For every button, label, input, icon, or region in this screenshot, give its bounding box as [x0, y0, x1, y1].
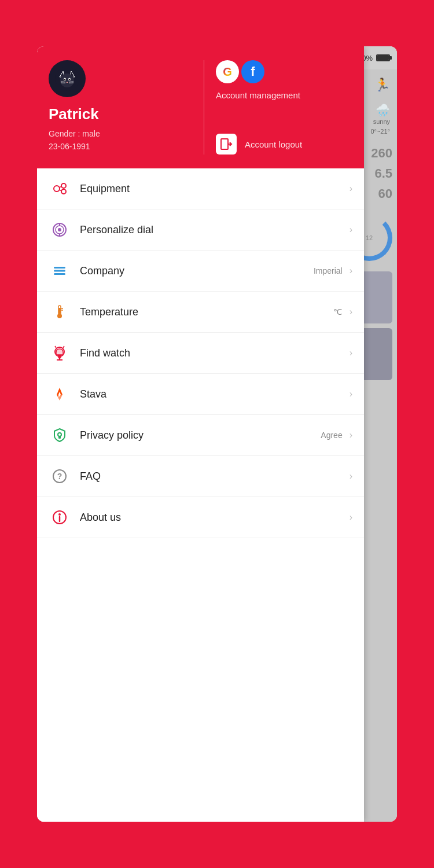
account-logout-label[interactable]: Account logout	[245, 139, 302, 149]
company-icon	[51, 262, 68, 279]
faq-chevron: ›	[350, 471, 352, 481]
menu-item-strava[interactable]: Stava ›	[37, 374, 364, 415]
avatar-svg	[55, 67, 79, 91]
privacy-chevron: ›	[350, 430, 352, 440]
svg-rect-27	[54, 273, 65, 275]
about-icon-wrap	[49, 506, 71, 528]
menu-item-company[interactable]: Company Imperial ›	[37, 251, 364, 292]
svg-point-7	[69, 79, 70, 80]
company-icon-wrap	[49, 260, 71, 282]
account-logout-section[interactable]: Account logout	[216, 134, 352, 155]
svg-rect-26	[54, 270, 65, 272]
header-right: G f Account management	[214, 60, 352, 155]
svg-point-29	[57, 314, 62, 318]
svg-line-19	[60, 190, 61, 191]
phone-container: 100% 🏃 🌧️ sunny0°~21° 260 6.5 60 12	[37, 46, 397, 822]
equipment-icon-wrap	[49, 178, 71, 200]
header-section: Patrick Gender : male 23-06-1991 G f	[37, 46, 364, 168]
find-watch-icon-wrap	[49, 342, 71, 364]
menu-item-personalize-dial[interactable]: Personalize dial ›	[37, 209, 364, 251]
strava-icon	[51, 385, 68, 403]
svg-point-17	[61, 189, 66, 194]
menu-item-find-watch[interactable]: Find watch ›	[37, 333, 364, 374]
svg-rect-13	[221, 139, 228, 149]
company-label: Company	[80, 265, 314, 277]
equipment-label: Equipment	[80, 183, 347, 195]
battery-fill	[377, 56, 389, 60]
user-name: Patrick	[49, 105, 185, 123]
main-panel: Patrick Gender : male 23-06-1991 G f	[37, 46, 364, 822]
svg-point-22	[58, 228, 61, 231]
svg-rect-44	[58, 436, 61, 439]
dial-icon	[51, 221, 68, 238]
door-exit-svg	[219, 137, 233, 151]
faq-label: FAQ	[80, 470, 347, 483]
menu-item-faq[interactable]: ? FAQ ›	[37, 456, 364, 497]
strava-label: Stava	[80, 388, 347, 400]
google-g-letter: G	[223, 65, 232, 79]
privacy-icon-wrap	[49, 424, 71, 446]
header-left: Patrick Gender : male 23-06-1991	[49, 60, 194, 155]
menu-item-equipment[interactable]: Equipment ›	[37, 168, 364, 209]
user-gender: Gender : male	[49, 129, 185, 138]
svg-line-10	[61, 83, 65, 83]
bg-gauge-label: 12	[366, 234, 373, 241]
temp-icon	[51, 303, 68, 321]
social-icons-row: G f	[216, 60, 352, 83]
svg-line-12	[69, 83, 73, 83]
strava-icon-wrap	[49, 383, 71, 405]
avatar	[49, 60, 86, 97]
find-watch-chevron: ›	[350, 348, 352, 358]
find-watch-icon	[51, 344, 68, 362]
temperature-chevron: ›	[350, 307, 352, 317]
svg-line-34	[55, 346, 56, 348]
account-management-label[interactable]: Account management	[216, 90, 352, 100]
equipment-chevron: ›	[350, 183, 352, 194]
faq-icon-wrap: ?	[49, 465, 71, 487]
about-us-label: About us	[80, 512, 347, 524]
svg-point-48	[58, 513, 61, 516]
user-dob: 23-06-1991	[49, 142, 185, 151]
about-chevron: ›	[350, 512, 352, 523]
menu-list: Equipment › Personalize dial ›	[37, 168, 364, 822]
battery-icon	[376, 54, 390, 61]
bg-cloud-icon: 🌧️	[376, 104, 390, 116]
dial-chevron: ›	[350, 225, 352, 235]
privacy-policy-sub: Agree	[321, 431, 342, 440]
faq-icon: ?	[51, 468, 68, 485]
company-chevron: ›	[350, 266, 352, 276]
company-sub: Imperial	[314, 266, 343, 275]
dial-icon-wrap	[49, 219, 71, 241]
facebook-f-letter: f	[251, 64, 255, 79]
header-divider	[204, 60, 204, 155]
facebook-icon[interactable]: f	[241, 60, 264, 83]
find-watch-label: Find watch	[80, 347, 347, 359]
google-icon[interactable]: G	[216, 60, 239, 83]
menu-item-privacy-policy[interactable]: Privacy policy Agree ›	[37, 415, 364, 456]
account-management-section: G f Account management	[216, 60, 352, 100]
svg-marker-40	[57, 388, 62, 395]
svg-point-3	[60, 73, 74, 87]
svg-point-16	[61, 183, 66, 188]
temp-icon-wrap	[49, 301, 71, 323]
bg-run-icon: 🏃	[374, 78, 390, 93]
svg-line-35	[63, 346, 64, 348]
temperature-sub: ℃	[333, 307, 343, 317]
svg-point-15	[54, 186, 60, 192]
privacy-policy-label: Privacy policy	[80, 429, 321, 442]
menu-item-about-us[interactable]: About us ›	[37, 497, 364, 538]
svg-rect-25	[54, 267, 65, 269]
privacy-icon	[51, 426, 68, 444]
equipment-icon	[51, 180, 68, 197]
strava-chevron: ›	[350, 389, 352, 399]
svg-line-18	[60, 186, 61, 187]
svg-marker-41	[58, 395, 62, 400]
logout-icon	[216, 134, 237, 155]
svg-rect-30	[58, 308, 61, 314]
about-icon	[51, 509, 68, 526]
svg-point-6	[64, 79, 65, 80]
menu-item-temperature[interactable]: Temperature ℃ ›	[37, 292, 364, 333]
svg-text:?: ?	[57, 472, 62, 481]
temperature-label: Temperature	[80, 306, 333, 318]
personalize-dial-label: Personalize dial	[80, 224, 347, 236]
